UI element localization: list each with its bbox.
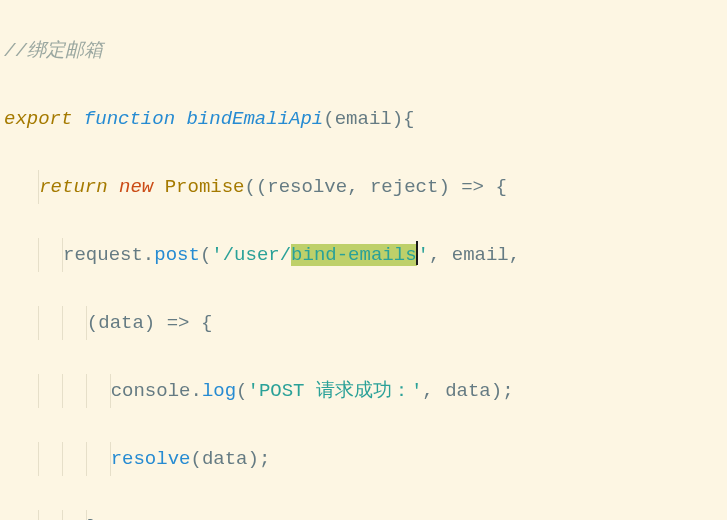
object: console <box>111 380 191 402</box>
object: request <box>63 244 143 266</box>
code-line: resolve(data); <box>4 442 723 476</box>
keyword-new: new <box>119 176 153 198</box>
string-literal: ' <box>418 244 429 266</box>
keyword-function: function <box>84 108 175 130</box>
string-literal: '/user/ <box>211 244 291 266</box>
code-line: (data) => { <box>4 306 723 340</box>
code-line: }, <box>4 510 723 520</box>
string-literal: 'POST 请求成功：' <box>248 380 423 402</box>
code-line: export function bindEmaliApi(email){ <box>4 102 723 136</box>
keyword-export: export <box>4 108 72 130</box>
keyword-return: return <box>39 176 107 198</box>
selection-highlight: bind-emails <box>291 244 416 266</box>
method: log <box>202 380 236 402</box>
code-line: return new Promise((resolve, reject) => … <box>4 170 723 204</box>
param: data <box>98 312 144 334</box>
identifier: data <box>445 380 491 402</box>
param: resolve <box>267 176 347 198</box>
code-editor: //绑定邮箱 export function bindEmaliApi(emai… <box>0 0 727 520</box>
code-line: console.log('POST 请求成功：', data); <box>4 374 723 408</box>
code-line: request.post('/user/bind-emails', email, <box>4 238 723 272</box>
call: resolve <box>111 448 191 470</box>
identifier: email <box>452 244 509 266</box>
type-promise: Promise <box>165 176 245 198</box>
param: reject <box>370 176 438 198</box>
code-line: //绑定邮箱 <box>4 34 723 68</box>
function-name: bindEmaliApi <box>186 108 323 130</box>
param: email <box>335 108 392 130</box>
method: post <box>154 244 200 266</box>
comment: //绑定邮箱 <box>4 40 103 62</box>
identifier: data <box>202 448 248 470</box>
